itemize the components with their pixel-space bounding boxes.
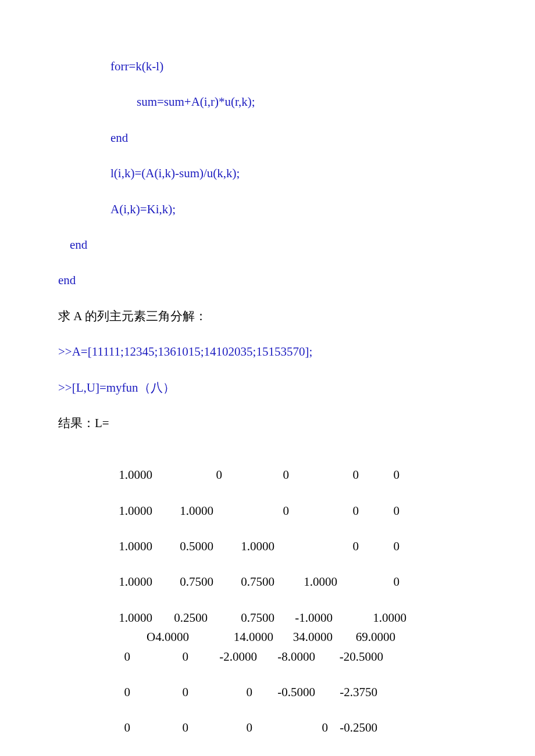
cell: 1.0000 — [116, 574, 152, 590]
matrix-l-row-4: 1.0000 0.7500 0.7500 1.0000 0 — [116, 574, 477, 590]
cell: 0 — [289, 503, 359, 519]
document-page: forr=k(k-l) sum=sum+A(i,r)*u(r,k); end l… — [0, 0, 535, 756]
description-text: 求 A 的列主元素三角分解： — [58, 308, 477, 325]
cell: 0 — [337, 574, 400, 590]
cell: 0 — [152, 467, 222, 483]
cell: 0 — [116, 648, 130, 665]
cell: -8.0000 — [257, 648, 315, 665]
cell: 1.0000 — [213, 538, 274, 555]
cell: 0 — [359, 538, 400, 555]
command-line-1: >>A=[11111;12345;1361015;14102035;151535… — [58, 343, 477, 360]
cell: 0 — [130, 648, 188, 665]
cell: 0 — [252, 719, 328, 736]
cell: 0.5000 — [152, 538, 213, 555]
matrix-u-row-3: 0 0 0 -0.5000 -2.3750 — [116, 684, 477, 701]
cell: 0 — [130, 719, 188, 736]
cell: -2.3750 — [315, 684, 377, 701]
command-line-2: >>[L,U]=myfun（八） — [58, 379, 477, 396]
cell: 1.0000 — [152, 503, 213, 519]
cell: -0.2500 — [328, 719, 377, 736]
matrix-l-row-2: 1.0000 1.0000 0 0 0 — [116, 503, 477, 519]
cell: -2.0000 — [188, 648, 257, 665]
cell: 0 — [116, 719, 130, 736]
matrix-output: 1.0000 0 0 0 0 1.0000 1.0000 0 0 0 1.000… — [116, 467, 477, 737]
cell: 14.0000 — [192, 629, 273, 646]
code-line-end2: end — [58, 237, 477, 253]
cell: 0 — [188, 719, 252, 736]
cell: 0.7500 — [152, 574, 213, 590]
matrix-l-row-1: 1.0000 0 0 0 0 — [116, 467, 477, 483]
matrix-u-row-2: 0 0 -2.0000 -8.0000 -20.5000 — [116, 648, 477, 665]
matrix-l-row-3: 1.0000 0.5000 1.0000 0 0 — [116, 538, 477, 555]
code-line-for: forr=k(k-l) — [58, 58, 477, 75]
cell: 0.7500 — [213, 574, 274, 590]
matrix-u-row-1: O4.0000 14.0000 34.0000 69.0000 — [116, 629, 477, 646]
cell: 0 — [213, 503, 289, 519]
cell: 1.0000 — [274, 574, 337, 590]
cell: 34.0000 — [273, 629, 333, 646]
cell: 69.0000 — [333, 629, 395, 646]
cell: 0 — [289, 467, 359, 483]
code-line-sum: sum=sum+A(i,r)*u(r,k); — [58, 94, 477, 110]
cell: 0 — [130, 684, 188, 701]
code-line-aik: A(i,k)=Ki,k); — [58, 201, 477, 218]
code-line-end1: end — [58, 130, 477, 146]
cell: -0.5000 — [252, 684, 315, 701]
cell: 1.0000 — [116, 610, 152, 626]
cell: 0 — [359, 503, 400, 519]
cell: 0 — [359, 467, 400, 483]
cell: 0 — [188, 684, 252, 701]
cell: 1.0000 — [116, 503, 152, 519]
result-label: 结果：L= — [58, 415, 477, 432]
cell: 0 — [222, 467, 289, 483]
cell: O4.0000 — [147, 629, 192, 646]
cell: -1.0000 — [274, 610, 333, 626]
matrix-u-row-4: 0 0 0 0 -0.2500 — [116, 719, 477, 736]
cell: 0 — [274, 538, 359, 555]
code-line-lik: l(i,k)=(A(i,k)-sum)/u(k,k); — [58, 165, 477, 182]
cell: 0.2500 — [152, 610, 208, 626]
cell: 0.7500 — [208, 610, 274, 626]
cell: 1.0000 — [116, 467, 152, 483]
cell: -20.5000 — [315, 648, 383, 665]
code-line-end3: end — [58, 272, 477, 289]
cell: 0 — [116, 684, 130, 701]
matrix-l-row-5: 1.0000 0.2500 0.7500 -1.0000 1.0000 — [116, 610, 477, 626]
cell: 1.0000 — [333, 610, 406, 626]
cell: 1.0000 — [116, 538, 152, 555]
